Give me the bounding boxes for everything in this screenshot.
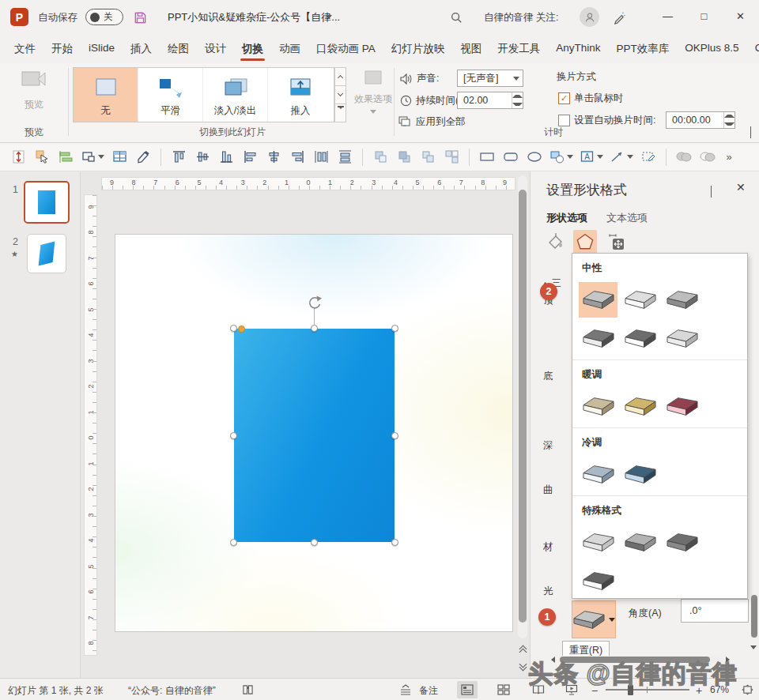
send-backward-icon[interactable] <box>394 147 414 167</box>
material-swatch-1-1[interactable] <box>621 389 659 424</box>
smart-align-icon[interactable] <box>55 147 76 167</box>
tab-shape-options[interactable]: 形状选项 <box>546 211 587 225</box>
slide-1-thumbnail[interactable] <box>24 181 70 224</box>
ribbon-tab-4[interactable]: 绘图 <box>160 36 197 63</box>
scroll-right-icon[interactable] <box>726 657 730 663</box>
table-icon[interactable] <box>109 147 130 167</box>
ribbon-tab-9[interactable]: 幻灯片放映 <box>383 36 453 63</box>
resize-handle-nw[interactable] <box>230 325 237 332</box>
zoom-in-button[interactable]: + <box>696 684 702 697</box>
material-swatch-0-1[interactable] <box>621 282 659 318</box>
gallery-scroll-down[interactable] <box>334 86 346 104</box>
slide-sorter-icon[interactable] <box>493 681 514 698</box>
ribbon-tab-12[interactable]: AnyThink <box>548 36 608 63</box>
scrollbar-thumb[interactable] <box>519 190 527 623</box>
resize-handle-w[interactable] <box>230 432 237 439</box>
fill-line-icon[interactable] <box>543 230 567 254</box>
select-objects-icon[interactable] <box>32 147 52 167</box>
panel-scroll-down-icon[interactable] <box>750 645 757 649</box>
gallery-more-button[interactable] <box>334 104 346 122</box>
reading-view-icon[interactable] <box>528 681 549 698</box>
panel-collapse-icon[interactable] <box>711 186 712 197</box>
save-icon[interactable] <box>131 9 149 26</box>
adjust-handle-icon[interactable] <box>238 326 245 333</box>
pen-tools-icon[interactable] <box>610 9 628 26</box>
zoom-slider-thumb[interactable] <box>628 685 633 695</box>
material-swatch-2-1[interactable] <box>621 457 659 492</box>
material-swatch-1-2[interactable] <box>663 389 701 424</box>
tab-text-options[interactable]: 文本选项 <box>606 211 648 225</box>
avatar[interactable] <box>580 7 599 27</box>
account-info[interactable]: 自律的音律 关注: <box>484 11 558 24</box>
ellipse-shape-icon[interactable] <box>524 147 545 167</box>
material-swatch-0-4[interactable] <box>621 321 659 356</box>
material-swatch-0-2[interactable] <box>663 282 701 318</box>
normal-view-icon[interactable] <box>457 681 478 698</box>
duration-spinner[interactable]: 02.00 <box>457 92 523 109</box>
maximize-button[interactable]: □ <box>686 0 722 32</box>
rotate-handle-icon[interactable] <box>306 294 323 311</box>
ribbon-tab-7[interactable]: 动画 <box>271 36 308 63</box>
panel-horizontal-scrollbar[interactable] <box>551 655 730 664</box>
ribbon-tab-3[interactable]: 插入 <box>123 36 160 63</box>
title-dropdown-icon[interactable] <box>326 15 332 19</box>
hscroll-thumb[interactable] <box>560 657 710 663</box>
material-swatch-3-2[interactable] <box>663 525 701 560</box>
effects-icon[interactable] <box>573 230 597 254</box>
minimize-button[interactable]: — <box>650 0 685 32</box>
selected-blue-rectangle[interactable] <box>234 329 395 542</box>
align-top-icon[interactable] <box>168 147 189 167</box>
material-swatch-3-0[interactable] <box>579 525 617 560</box>
material-current-button[interactable] <box>572 600 616 638</box>
slide-2-thumbnail[interactable] <box>27 234 66 273</box>
ribbon-tab-13[interactable]: PPT效率库 <box>609 36 678 63</box>
next-slide-button[interactable] <box>516 660 529 674</box>
size-properties-icon[interactable] <box>605 230 629 254</box>
distribute-vertical-icon[interactable] <box>334 147 355 167</box>
edit-shape-icon[interactable] <box>638 147 659 167</box>
bring-forward-icon[interactable] <box>370 147 391 167</box>
material-swatch-0-3[interactable] <box>579 321 617 356</box>
zoom-slider-track[interactable] <box>606 689 689 691</box>
ribbon-tab-14[interactable]: OKPlus 8.5 <box>677 36 746 63</box>
rounded-rectangle-shape-icon[interactable] <box>500 147 521 167</box>
zoom-percentage[interactable]: 67% <box>710 684 729 695</box>
fit-to-window-icon[interactable] <box>737 681 757 698</box>
ribbon-tab-6[interactable]: 切换 <box>234 36 271 63</box>
group-icon[interactable] <box>417 147 438 167</box>
resize-handle-e[interactable] <box>391 432 398 439</box>
ribbon-tab-0[interactable]: 文件 <box>6 36 43 63</box>
preview-button[interactable]: 预览 <box>11 70 57 119</box>
align-center-icon[interactable] <box>263 147 284 167</box>
align-middle-icon[interactable] <box>192 147 213 167</box>
ribbon-tab-15[interactable]: OK10 GC <box>747 36 759 63</box>
transition-morph[interactable]: 平滑 <box>138 68 203 122</box>
format-painter-icon[interactable] <box>133 147 153 167</box>
panel-close-icon[interactable]: ✕ <box>736 181 746 194</box>
angle-field[interactable]: .0° <box>681 599 749 623</box>
ribbon-tab-8[interactable]: 口袋动画 PA <box>308 36 383 63</box>
previous-slide-button[interactable] <box>516 642 529 657</box>
slide-page[interactable] <box>115 234 513 632</box>
resize-handle-se[interactable] <box>391 539 398 546</box>
zoom-out-button[interactable]: − <box>591 684 598 697</box>
align-bottom-icon[interactable] <box>216 147 236 167</box>
snap-settings-icon[interactable] <box>79 147 106 167</box>
document-title[interactable]: PPT小知识&疑难杂症-公众号【自律... <box>168 10 340 24</box>
resize-handle-n[interactable] <box>311 325 318 332</box>
distribute-horizontal-icon[interactable] <box>311 147 331 167</box>
toolbar-overflow-button[interactable]: » <box>721 151 737 163</box>
resize-handle-ne[interactable] <box>391 325 398 332</box>
notes-icon[interactable] <box>395 681 416 698</box>
ribbon-tab-5[interactable]: 设计 <box>197 36 234 63</box>
ribbon-tab-2[interactable]: iSlide <box>81 36 123 63</box>
transition-push[interactable]: 推入 <box>268 68 333 122</box>
on-click-option[interactable]: ✓ 单击鼠标时 <box>558 92 624 105</box>
textbox-icon[interactable]: A <box>578 147 605 167</box>
transition-none[interactable]: 无 <box>74 68 138 122</box>
slideshow-icon[interactable] <box>561 681 582 698</box>
material-swatch-3-3[interactable] <box>579 563 617 599</box>
align-left-icon[interactable] <box>240 147 260 167</box>
canvas-scrollbar[interactable] <box>518 175 527 638</box>
shapes-gallery-icon[interactable] <box>548 147 575 167</box>
